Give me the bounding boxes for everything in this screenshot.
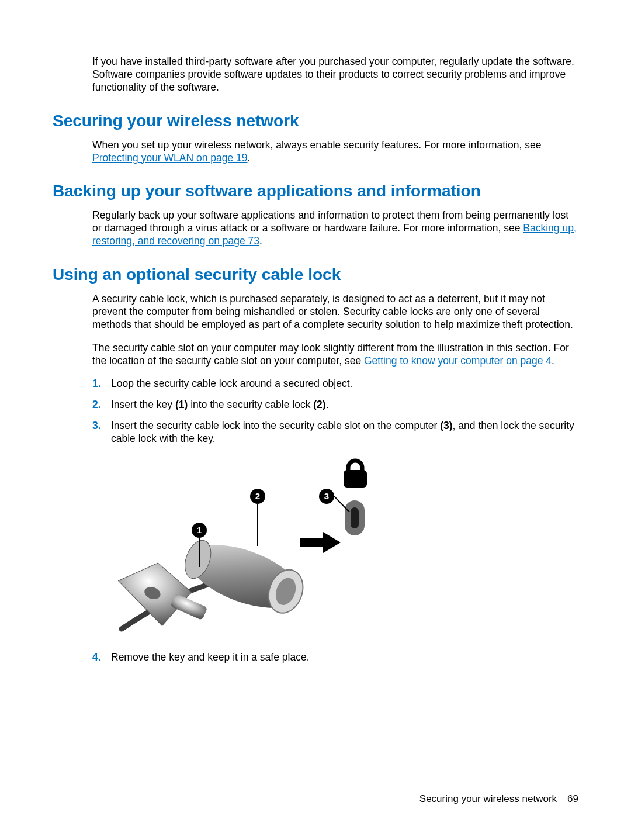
callout-3-label: 3 bbox=[324, 491, 329, 501]
cable-slot-icon bbox=[345, 500, 365, 535]
step-4-text: Remove the key and keep it in a safe pla… bbox=[111, 651, 310, 663]
padlock-icon bbox=[344, 461, 367, 488]
sec2-text-post: . bbox=[259, 235, 262, 247]
step-2: Insert the key (1) into the security cab… bbox=[92, 399, 578, 412]
sec3-para1: A security cable lock, which is purchase… bbox=[92, 293, 578, 331]
arrow-icon bbox=[300, 532, 341, 553]
svg-rect-0 bbox=[344, 470, 367, 488]
sec2-text-pre: Regularly back up your software applicat… bbox=[92, 209, 568, 234]
lock-illustration-svg: 1 2 3 bbox=[92, 454, 396, 641]
footer-section-title: Securing your wireless network bbox=[419, 793, 557, 804]
svg-marker-3 bbox=[300, 532, 341, 553]
step-3-text-a: Insert the security cable lock into the … bbox=[111, 420, 440, 431]
steps-list: Loop the security cable lock around a se… bbox=[92, 378, 578, 445]
step-2-callout-1: (1) bbox=[175, 399, 188, 410]
step-4: Remove the key and keep it in a safe pla… bbox=[92, 651, 578, 664]
step-2-callout-2: (2) bbox=[313, 399, 325, 410]
link-protecting-wlan[interactable]: Protecting your WLAN on page 19 bbox=[92, 152, 248, 164]
step-1: Loop the security cable lock around a se… bbox=[92, 378, 578, 390]
link-getting-to-know[interactable]: Getting to know your computer on page 4 bbox=[364, 355, 552, 367]
page-number: 69 bbox=[567, 793, 578, 804]
step-2-text-c: into the security cable lock bbox=[188, 399, 313, 410]
callout-2-label: 2 bbox=[255, 491, 260, 501]
heading-securing-wireless: Securing your wireless network bbox=[53, 110, 578, 131]
sec1-paragraph: When you set up your wireless network, a… bbox=[92, 139, 578, 165]
step-3-callout-3: (3) bbox=[440, 420, 452, 431]
step-2-text-a: Insert the key bbox=[111, 399, 175, 410]
sec1-text-post: . bbox=[248, 152, 251, 164]
step-2-text-d: . bbox=[326, 399, 329, 410]
sec3-para2: The security cable slot on your computer… bbox=[92, 342, 578, 368]
svg-rect-2 bbox=[351, 507, 359, 528]
steps-list-continued: Remove the key and keep it in a safe pla… bbox=[92, 651, 578, 664]
step-1-text: Loop the security cable lock around a se… bbox=[111, 378, 352, 389]
sec3-para2-post: . bbox=[552, 355, 554, 367]
svg-rect-8 bbox=[170, 593, 208, 620]
intro-paragraph: If you have installed third-party softwa… bbox=[92, 56, 578, 94]
heading-security-cable-lock: Using an optional security cable lock bbox=[53, 264, 578, 285]
heading-backing-up: Backing up your software applications an… bbox=[53, 181, 578, 201]
callout-1-label: 1 bbox=[197, 525, 202, 535]
sec2-paragraph: Regularly back up your software applicat… bbox=[92, 209, 578, 248]
callout-3: 3 bbox=[319, 489, 349, 512]
page-footer: Securing your wireless network69 bbox=[419, 793, 578, 805]
security-lock-illustration: 1 2 3 bbox=[92, 454, 396, 641]
sec1-text-pre: When you set up your wireless network, a… bbox=[92, 139, 541, 151]
callout-2: 2 bbox=[250, 489, 265, 546]
step-3: Insert the security cable lock into the … bbox=[92, 420, 578, 445]
